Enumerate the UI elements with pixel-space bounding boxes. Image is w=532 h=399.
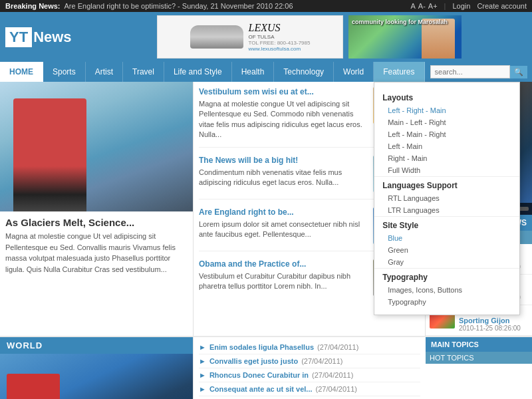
arrow-icon-3: ►	[199, 385, 206, 393]
person-img	[13, 98, 86, 211]
typography-typography[interactable]: Typography	[374, 296, 519, 308]
world-link-2[interactable]: Rhoncus Donec Curabitur in	[209, 371, 309, 379]
nav-world[interactable]: World	[334, 62, 374, 82]
article-body-2: Lorem ipsum dolor sit amet consectetuer …	[199, 219, 368, 240]
create-account-link[interactable]: Create account	[477, 2, 527, 10]
nav-artist[interactable]: Artist	[86, 62, 123, 82]
world-header: WORLD	[0, 337, 193, 354]
world-right-panel: MAIN TOPICS HOT TOPICS	[426, 337, 532, 399]
layout-left-main[interactable]: Left - Main	[374, 140, 519, 152]
ltr-languages[interactable]: LTR Languages	[374, 204, 519, 216]
article-title-0[interactable]: Vestibulum sem wisi eu at et...	[199, 87, 368, 96]
nav-features[interactable]: Features	[374, 62, 424, 82]
arrow-icon-0: ►	[199, 343, 206, 351]
search-button[interactable]: 🔍	[510, 66, 527, 78]
banner-area: LEXUS OF TULSA TOL FREE: 800-413-7985 ww…	[92, 15, 527, 59]
big-article-title[interactable]: As Glaciers Melt, Science...	[0, 211, 193, 231]
header: YT News LEXUS OF TULSA TOL FREE: 800-413…	[0, 12, 532, 62]
hot-topics-header: HOT TOPICS	[426, 352, 532, 364]
article-title-2[interactable]: Are England right to be...	[199, 207, 368, 217]
world-section: WORLD As Glaciers Melt, Science Seeks...…	[0, 337, 532, 399]
article-body-0: Magna at molestie congue Ut vel adipisci…	[199, 99, 368, 140]
ar-news-date-2: 2010-11-25 08:26:00	[459, 325, 528, 332]
lexus-banner[interactable]: LEXUS OF TULSA TOL FREE: 800-413-7985 ww…	[157, 15, 343, 59]
world-list-item-4: ► Ante semper sapien lorem (27/04/2011)	[199, 396, 420, 399]
world-list-item-2: ► Rhoncus Donec Curabitur in (27/04/2011…	[199, 368, 420, 382]
site-style-section-title: Site Style	[374, 216, 519, 232]
world-image	[0, 354, 193, 399]
world-list-item-3: ► Consequat ante ac ut sit vel... (27/04…	[199, 382, 420, 396]
big-article-body: Magna at molestie congue Ut vel adipisci…	[0, 231, 193, 280]
world-list-item-0: ► Enim sodales ligula Phasellus (27/04/2…	[199, 340, 420, 354]
logo[interactable]: YT News	[5, 27, 85, 47]
layout-left-main-right[interactable]: Left - Main - Right	[374, 128, 519, 140]
nav-sports[interactable]: Sports	[43, 62, 86, 82]
world-list-item-1: ► Convallis eget justo justo (27/04/2011…	[199, 354, 420, 368]
rtl-languages[interactable]: RTL Languages	[374, 192, 519, 204]
layout-right-main[interactable]: Right - Main	[374, 152, 519, 164]
features-dropdown: Layouts Left - Right - Main Main - Left …	[374, 82, 520, 315]
breaking-bar: Breaking News: Are England right to be o…	[0, 0, 532, 12]
font-a-minus-icon[interactable]: A-	[418, 2, 426, 10]
world-date-0: (27/04/2011)	[317, 343, 358, 351]
navbar: HOME Sports Artist Travel Life and Style…	[0, 62, 532, 82]
layout-left-right-main[interactable]: Left - Right - Main	[374, 104, 519, 116]
layout-main-left-right[interactable]: Main - Left - Right	[374, 116, 519, 128]
world-date-2: (27/04/2011)	[312, 371, 353, 379]
nav-technology[interactable]: Technology	[274, 62, 334, 82]
typography-images[interactable]: Images, Icons, Buttons	[374, 284, 519, 296]
world-link-0[interactable]: Enim sodales ligula Phasellus	[209, 343, 314, 351]
login-link[interactable]: Login	[452, 2, 470, 10]
search-input[interactable]	[430, 65, 510, 78]
world-link-3[interactable]: Consequat ante ac ut sit vel...	[209, 385, 313, 393]
world-date-1: (27/04/2011)	[301, 357, 342, 365]
layouts-section-title: Layouts	[374, 89, 519, 104]
article-text-3: Obama and the Practice of... Vestibulum …	[199, 259, 368, 296]
nav-life-style[interactable]: Life and Style	[164, 62, 232, 82]
left-panel: As Glaciers Melt, Science... Magna at mo…	[0, 82, 193, 336]
nav-travel[interactable]: Travel	[123, 62, 164, 82]
logo-news: News	[33, 29, 71, 46]
nav-home[interactable]: HOME	[0, 62, 43, 82]
nav-health[interactable]: Health	[232, 62, 275, 82]
world-link-1[interactable]: Convallis eget justo justo	[209, 357, 298, 365]
style-blue[interactable]: Blue	[374, 232, 519, 244]
article-text-1: The News will be a big hit! Condimentum …	[199, 156, 368, 192]
style-green[interactable]: Green	[374, 244, 519, 256]
world-right: ► Enim sodales ligula Phasellus (27/04/2…	[193, 337, 426, 399]
world-date-3: (27/04/2011)	[316, 385, 357, 393]
search-box: 🔍	[425, 62, 532, 82]
big-article-image	[0, 82, 193, 211]
community-banner[interactable]: community looking for Marosalah	[348, 15, 462, 59]
arrow-icon-1: ►	[199, 357, 206, 365]
logo-yt: YT	[5, 27, 32, 47]
layout-full-width[interactable]: Full Width	[374, 164, 519, 176]
arrow-icon-2: ►	[199, 371, 206, 379]
font-a-icon[interactable]: A	[411, 2, 416, 10]
most-popular-header: MAIN TOPICS	[426, 337, 532, 352]
style-gray[interactable]: Gray	[374, 256, 519, 268]
article-title-3[interactable]: Obama and the Practice of...	[199, 259, 368, 269]
article-body-3: Vestibulum et Curabitur Curabitur dapibu…	[199, 271, 368, 292]
languages-section-title: Languages Support	[374, 176, 519, 192]
font-size-controls: A A- A+	[411, 2, 438, 10]
typography-section-title: Typography	[374, 268, 519, 284]
breaking-headline: Are England right to be optimistic? - Su…	[65, 2, 293, 10]
article-title-1[interactable]: The News will be a big hit!	[199, 156, 368, 165]
article-text-2: Are England right to be... Lorem ipsum d…	[199, 207, 368, 244]
font-a-plus-icon[interactable]: A+	[428, 2, 438, 10]
article-body-1: Condimentum nibh venenatis vitae felis m…	[199, 168, 368, 188]
article-text-0: Vestibulum sem wisi eu at et... Magna at…	[199, 87, 368, 140]
breaking-label: Breaking News:	[5, 2, 61, 10]
world-left: WORLD As Glaciers Melt, Science Seeks...…	[0, 337, 193, 399]
